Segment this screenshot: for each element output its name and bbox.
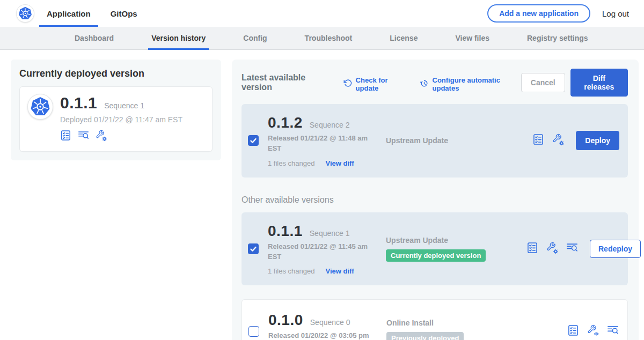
view-logs-icon[interactable] <box>566 242 578 256</box>
preflight-checks-icon[interactable] <box>526 242 538 256</box>
version-history-panel: Latest available version Check for updat… <box>232 60 639 340</box>
kubernetes-logo-icon <box>30 97 50 117</box>
version-info: 0.1.1 Sequence 1 Released 01/21/22 @ 11:… <box>268 223 379 276</box>
version-number: 0.1.2 <box>268 114 303 131</box>
subnav-tab-dashboard[interactable]: Dashboard <box>71 27 117 49</box>
top-navbar: Application GitOps Add a new application… <box>0 0 644 27</box>
currently-deployed-details: 0.1.1 Sequence 1 Deployed 01/21/22 @ 11:… <box>60 94 182 143</box>
source-label: Online Install <box>386 319 527 327</box>
redeploy-button[interactable]: Redeploy <box>590 240 641 258</box>
version-source: Upstream Update <box>386 136 526 145</box>
top-tab-gitops[interactable]: GitOps <box>103 0 145 27</box>
sequence-label: Sequence 0 <box>310 318 350 327</box>
released-timestamp: Released 01/21/22 @ 11:48 am EST <box>268 134 373 154</box>
version-info: 0.1.0 Sequence 0 Released 01/20/22 @ 03:… <box>268 312 380 340</box>
sequence-label: Sequence 2 <box>310 121 350 129</box>
auto-updates-clock-icon <box>420 79 429 90</box>
currently-deployed-title: Currently deployed version <box>19 68 213 79</box>
view-logs-icon[interactable] <box>78 130 89 143</box>
subnav-tab-view-files[interactable]: View files <box>452 27 493 49</box>
currently-deployed-panel: Currently deployed version 0.1.1 Sequenc… <box>11 60 221 160</box>
files-changed-label: 1 files changed <box>268 159 314 167</box>
deploy-button[interactable]: Deploy <box>576 131 619 150</box>
version-actions <box>567 324 619 338</box>
latest-version-header: Latest available version Check for updat… <box>241 69 628 97</box>
files-changed-label: 1 files changed <box>268 267 314 275</box>
subnav-tab-config[interactable]: Config <box>240 27 270 49</box>
deployed-version-actions <box>60 130 182 143</box>
logout-link[interactable]: Log out <box>602 9 629 18</box>
edit-config-icon[interactable] <box>552 134 564 147</box>
currently-deployed-badge: Currently deployed version <box>386 249 486 262</box>
version-number: 0.1.0 <box>268 312 303 329</box>
configure-automatic-updates-link[interactable]: Configure automatic updates <box>420 76 521 92</box>
kubernetes-logo-icon <box>18 6 32 20</box>
app-logo-avatar <box>16 4 34 23</box>
subnav-tab-registry-settings[interactable]: Registry settings <box>524 27 591 49</box>
app-subnav: Dashboard Version history Config Trouble… <box>0 27 644 50</box>
view-diff-link[interactable]: View diff <box>325 267 354 275</box>
preflight-checks-icon[interactable] <box>532 134 544 147</box>
kots-admin-console: Application GitOps Add a new application… <box>0 0 644 340</box>
subnav-tab-troubleshoot[interactable]: Troubleshoot <box>302 27 356 49</box>
checkmark-icon <box>248 136 258 145</box>
deployed-timestamp: Deployed 01/21/22 @ 11:47 am EST <box>60 115 182 124</box>
version-actions: Redeploy <box>526 240 641 258</box>
version-logo-avatar <box>27 94 53 120</box>
view-config-icon[interactable] <box>587 324 599 338</box>
top-tab-application[interactable]: Application <box>39 0 98 27</box>
deployed-version-number: 0.1.1 <box>60 94 97 112</box>
diff-releases-button[interactable]: Diff releases <box>570 69 628 97</box>
cancel-button[interactable]: Cancel <box>521 73 565 92</box>
currently-deployed-card: 0.1.1 Sequence 1 Deployed 01/21/22 @ 11:… <box>19 86 213 152</box>
preflight-checks-icon[interactable] <box>567 324 579 338</box>
version-info: 0.1.2 Sequence 2 Released 01/21/22 @ 11:… <box>268 114 379 167</box>
version-source: Online Install Previously deployed <box>386 319 527 340</box>
view-diff-link[interactable]: View diff <box>325 159 354 167</box>
top-tabs: Application GitOps <box>39 0 145 27</box>
released-timestamp: Released 01/20/22 @ 03:05 pm EST <box>268 331 374 340</box>
version-row: 0.1.0 Sequence 0 Released 01/20/22 @ 03:… <box>241 299 628 340</box>
deployed-sequence-label: Sequence 1 <box>104 101 144 110</box>
subnav-tab-license[interactable]: License <box>386 27 421 49</box>
version-number: 0.1.1 <box>268 223 303 240</box>
edit-config-icon[interactable] <box>546 242 558 256</box>
view-logs-icon[interactable] <box>607 324 619 338</box>
sequence-label: Sequence 1 <box>310 229 350 238</box>
version-row: 0.1.1 Sequence 1 Released 01/21/22 @ 11:… <box>241 212 628 286</box>
preflight-checks-icon[interactable] <box>60 130 71 143</box>
topnav-right: Add a new application Log out <box>487 0 629 27</box>
released-timestamp: Released 01/21/22 @ 11:45 am EST <box>268 242 373 262</box>
version-checkbox[interactable] <box>248 243 259 254</box>
version-row: 0.1.2 Sequence 2 Released 01/21/22 @ 11:… <box>241 104 628 178</box>
latest-version-title: Latest available version <box>241 73 332 92</box>
other-versions-title: Other available versions <box>241 195 628 205</box>
check-for-update-link[interactable]: Check for update <box>343 76 408 92</box>
version-actions: Deploy <box>532 131 619 150</box>
previously-deployed-badge: Previously deployed <box>386 332 464 340</box>
version-source: Upstream Update Currently deployed versi… <box>386 236 526 262</box>
version-checkbox[interactable] <box>248 326 259 337</box>
source-label: Upstream Update <box>386 136 526 145</box>
edit-config-icon[interactable] <box>96 130 107 143</box>
checkmark-icon <box>248 244 258 254</box>
version-checkbox[interactable] <box>248 135 259 146</box>
source-label: Upstream Update <box>386 236 526 245</box>
subnav-tab-version-history[interactable]: Version history <box>148 27 209 49</box>
add-new-application-button[interactable]: Add a new application <box>487 4 590 23</box>
check-for-update-icon <box>343 79 352 89</box>
